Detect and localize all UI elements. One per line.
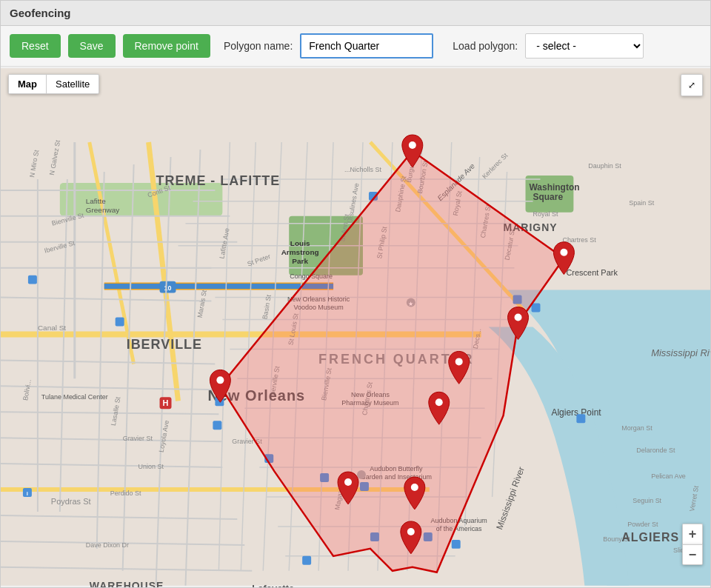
fullscreen-button[interactable]: ⤢ [681,74,703,96]
polygon-name-input[interactable] [300,33,433,59]
svg-text:Gravier St: Gravier St [123,435,153,442]
svg-text:Delaronde St: Delaronde St [636,447,675,454]
svg-text:Lafayette: Lafayette [252,583,294,587]
save-button[interactable]: Save [68,34,116,58]
svg-point-113 [409,141,416,149]
svg-text:Seguin St: Seguin St [632,497,661,504]
svg-point-114 [560,249,567,256]
fullscreen-icon: ⤢ [688,80,695,90]
svg-text:Dave Dixon Dr: Dave Dixon Dr [86,541,129,549]
load-polygon-select[interactable]: - select - [525,33,644,59]
svg-rect-107 [576,414,585,423]
map-type-map-button[interactable]: Map [9,75,46,93]
map-type-satellite-button[interactable]: Satellite [47,75,99,93]
load-polygon-label: Load polygon: [453,40,518,52]
svg-text:Pelican Ave: Pelican Ave [651,472,686,480]
svg-text:TREME - LAFITTE: TREME - LAFITTE [156,173,281,188]
svg-text:Park: Park [292,257,308,265]
svg-point-119 [411,484,418,491]
reset-button[interactable]: Reset [10,34,61,58]
svg-text:Armstrong: Armstrong [281,248,319,256]
svg-text:H: H [163,398,169,407]
svg-text:Union St: Union St [138,463,164,470]
svg-text:Crescent Park: Crescent Park [566,268,618,277]
svg-rect-103 [532,304,541,313]
svg-text:ALGIERS: ALGIERS [621,531,679,544]
svg-text:Canal St: Canal St [38,324,66,332]
svg-text:Louis: Louis [290,239,310,247]
svg-text:Tulane Medical Center: Tulane Medical Center [41,393,108,401]
svg-text:Morgan St: Morgan St [621,424,652,432]
svg-point-116 [455,358,463,365]
svg-rect-93 [28,275,37,284]
svg-point-117 [435,398,443,406]
svg-text:Royal St: Royal St [533,210,558,218]
svg-text:Perdido St: Perdido St [110,490,141,497]
svg-point-121 [216,376,224,384]
svg-text:...Nicholls St: ...Nicholls St [344,166,381,173]
svg-text:Mississippi Riv...: Mississippi Riv... [651,347,710,358]
svg-text:Poydras St: Poydras St [51,497,91,506]
app-title: Geofencing [10,7,71,19]
svg-rect-96 [213,421,221,430]
map-container[interactable]: 10 [1,67,710,587]
svg-point-120 [407,528,415,535]
svg-rect-105 [302,556,311,565]
title-bar: Geofencing [1,1,710,26]
svg-text:Square: Square [533,192,564,202]
svg-text:Greenway: Greenway [86,206,119,214]
polygon-name-label: Polygon name: [224,40,293,52]
svg-text:IBERVILLE: IBERVILLE [127,337,202,352]
app-container: Geofencing Reset Save Remove point Polyg… [0,0,711,588]
svg-text:Spain St: Spain St [629,199,654,207]
zoom-controls: + − [682,524,703,565]
svg-text:Lafitte: Lafitte [86,197,107,205]
map-svg: 10 [1,67,710,587]
svg-text:Powder St: Powder St [627,521,658,528]
svg-text:WAREHOUSE: WAREHOUSE [90,580,164,587]
zoom-in-button[interactable]: + [682,524,703,544]
map-type-toggle: Map Satellite [8,74,99,94]
remove-point-button[interactable]: Remove point [123,34,210,58]
svg-text:Washington: Washington [530,182,580,193]
svg-text:Dauphin St: Dauphin St [588,162,621,170]
svg-point-115 [515,314,522,321]
svg-point-118 [344,478,352,486]
svg-text:i: i [27,490,28,497]
svg-rect-94 [116,318,124,327]
svg-text:10: 10 [164,284,172,292]
toolbar: Reset Save Remove point Polygon name: Lo… [1,26,710,67]
zoom-out-button[interactable]: − [682,544,703,565]
svg-rect-100 [452,540,461,549]
